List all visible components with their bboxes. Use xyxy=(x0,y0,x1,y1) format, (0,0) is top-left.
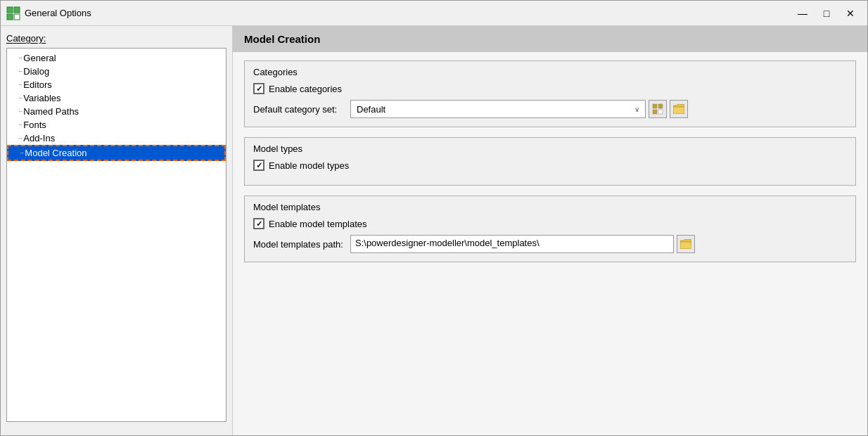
app-icon xyxy=(6,6,20,20)
checkbox-wrapper-enable-categories xyxy=(253,83,264,94)
group-title-model-templates: Model templates xyxy=(253,202,847,212)
chevron-down-icon: ∨ xyxy=(634,105,639,113)
checkbox-row-enable-model-types: Enable model types xyxy=(253,160,847,171)
checkbox-enable-model-templates[interactable] xyxy=(253,218,264,229)
left-panel: Category: GeneralDialogEditorsVariablesN… xyxy=(1,26,233,435)
dropdown-categories[interactable]: Default∨ xyxy=(350,100,646,118)
sidebar-item-add-ins[interactable]: Add-Ins xyxy=(7,132,226,145)
sidebar-item-general[interactable]: General xyxy=(7,51,226,65)
svg-rect-0 xyxy=(7,7,13,13)
checkbox-row-enable-model-templates: Enable model templates xyxy=(253,218,847,229)
title-bar-left: General Options xyxy=(6,6,91,20)
checkbox-circled-enable-model-templates xyxy=(253,218,264,229)
section-body: CategoriesEnable categoriesDefault categ… xyxy=(233,52,867,281)
field-label-model-templates: Model templates path: xyxy=(253,239,345,250)
sidebar-item-dialog[interactable]: Dialog xyxy=(7,65,226,78)
svg-rect-5 xyxy=(658,104,663,108)
right-panel: Model Creation CategoriesEnable categori… xyxy=(233,26,867,435)
field-row-categories: Default category set:Default∨ xyxy=(253,100,847,118)
maximize-button[interactable]: □ xyxy=(815,4,838,23)
checkbox-label-enable-categories: Enable categories xyxy=(269,84,342,94)
checkbox-enable-categories[interactable] xyxy=(253,83,264,94)
sidebar-item-variables[interactable]: Variables xyxy=(7,91,226,105)
title-bar-controls: — □ ✕ xyxy=(791,4,862,23)
svg-rect-2 xyxy=(7,14,13,20)
sidebar-item-editors[interactable]: Editors xyxy=(7,78,226,91)
checkbox-wrapper-enable-model-types xyxy=(253,160,264,171)
minimize-button[interactable]: — xyxy=(791,4,814,23)
field-controls-model-templates: S:\powerdesigner-modeller\model_template… xyxy=(350,235,695,253)
svg-rect-7 xyxy=(658,110,663,114)
svg-rect-1 xyxy=(14,7,20,13)
folder-button-model-templates[interactable] xyxy=(677,235,695,253)
group-title-model-types: Model types xyxy=(253,143,847,154)
group-model-templates: Model templatesEnable model templatesMod… xyxy=(244,195,856,262)
text-input-model-templates[interactable]: S:\powerdesigner-modeller\model_template… xyxy=(350,235,674,253)
field-row-model-templates: Model templates path:S:\powerdesigner-mo… xyxy=(253,235,847,253)
svg-rect-8 xyxy=(673,107,684,114)
main-window: General Options — □ ✕ Category: GeneralD… xyxy=(0,0,868,436)
sidebar-item-fonts[interactable]: Fonts xyxy=(7,118,226,132)
checkbox-label-enable-model-templates: Enable model templates xyxy=(269,219,366,229)
svg-rect-6 xyxy=(653,110,657,114)
window-title: General Options xyxy=(25,8,91,18)
category-label: Category: xyxy=(6,33,226,44)
edit-button-categories[interactable] xyxy=(649,100,667,118)
svg-rect-9 xyxy=(680,242,691,249)
field-controls-categories: Default∨ xyxy=(350,100,688,118)
content-area: Category: GeneralDialogEditorsVariablesN… xyxy=(1,26,867,435)
group-categories: CategoriesEnable categoriesDefault categ… xyxy=(244,60,856,127)
checkbox-row-enable-categories: Enable categories xyxy=(253,83,847,94)
dropdown-value-categories: Default xyxy=(357,104,385,115)
checkbox-label-enable-model-types: Enable model types xyxy=(269,160,349,171)
tree-container: GeneralDialogEditorsVariablesNamed Paths… xyxy=(6,48,226,422)
sidebar-item-named-paths[interactable]: Named Paths xyxy=(7,105,226,118)
close-button[interactable]: ✕ xyxy=(839,4,862,23)
svg-rect-3 xyxy=(14,14,20,20)
svg-rect-4 xyxy=(653,104,657,108)
group-title-categories: Categories xyxy=(253,67,847,77)
folder-button-categories[interactable] xyxy=(670,100,688,118)
checkbox-enable-model-types[interactable] xyxy=(253,160,264,171)
sidebar-item-model-creation[interactable]: Model Creation xyxy=(7,145,226,161)
group-model-types: Model typesEnable model types xyxy=(244,137,856,186)
section-title: Model Creation xyxy=(233,26,867,52)
title-bar: General Options — □ ✕ xyxy=(1,1,867,26)
field-label-categories: Default category set: xyxy=(253,104,345,115)
